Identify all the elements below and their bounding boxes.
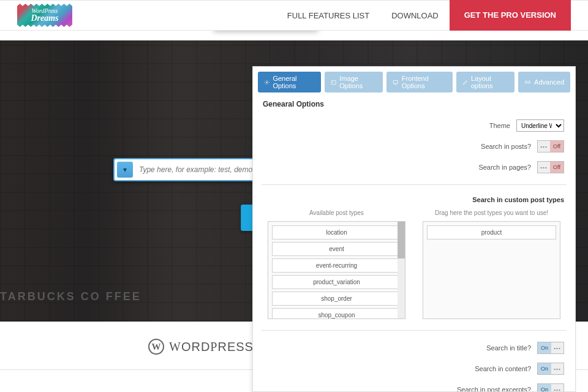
- hero-store-sign: TARBUCKS CO FFEE: [0, 290, 141, 303]
- svg-point-2: [266, 81, 268, 83]
- image-icon: [331, 79, 336, 86]
- cpt-used-box[interactable]: product: [423, 221, 560, 319]
- tab-layout[interactable]: Layout options: [456, 72, 515, 92]
- section-title: Genearal Options: [263, 100, 567, 108]
- cpt-item[interactable]: shop_order: [272, 292, 401, 306]
- panel-body: Genearal Options Theme Underline White S…: [253, 92, 575, 392]
- toggle-handle: •••: [551, 363, 564, 374]
- cpt-item[interactable]: event-recurring: [272, 258, 401, 273]
- tab-frontend[interactable]: Frontend Options: [386, 72, 452, 92]
- logo[interactable]: WordPress Dreams: [17, 4, 72, 27]
- theme-label: Theme: [489, 122, 510, 129]
- cpt-item[interactable]: location: [272, 225, 401, 239]
- search-content-row: Search in content? On •••: [262, 363, 567, 375]
- cpt-header: Search in custom post types: [262, 196, 567, 203]
- toggle-on: On: [538, 363, 551, 374]
- search-posts-row: Search in posts? ••• Off: [262, 140, 567, 153]
- main-nav: FULL FEATURES LIST DOWNLOAD GET THE PRO …: [276, 1, 588, 30]
- chevron-down-icon[interactable]: ▾: [117, 162, 133, 178]
- search-pages-label: Search in pages?: [478, 164, 531, 171]
- nav-full-features[interactable]: FULL FEATURES LIST: [276, 11, 380, 20]
- cpt-item[interactable]: event: [272, 242, 401, 256]
- cpt-used-list[interactable]: product: [423, 222, 560, 246]
- theme-row: Theme Underline White: [262, 119, 567, 132]
- monitor-icon: [393, 79, 398, 86]
- wordpress-text: WORDPRESS: [169, 340, 254, 354]
- search-pages-toggle[interactable]: ••• Off: [537, 161, 564, 173]
- nav-get-pro-button[interactable]: GET THE PRO VERSION: [450, 0, 571, 31]
- scrollbar[interactable]: [398, 222, 405, 318]
- divider: [262, 184, 567, 185]
- search-posts-toggle[interactable]: ••• Off: [537, 140, 564, 153]
- search-pages-row: Search in pages? ••• Off: [262, 161, 567, 173]
- top-bar: WordPress Dreams FULL FEATURES LIST DOWN…: [0, 0, 588, 31]
- svg-rect-5: [394, 80, 398, 83]
- toggle-handle: •••: [551, 384, 564, 392]
- logo-line2: Dreams: [31, 14, 58, 23]
- search-content-label: Search in content?: [475, 365, 531, 372]
- search-excerpt-toggle[interactable]: On •••: [537, 383, 564, 392]
- search-posts-label: Search in posts?: [481, 143, 531, 150]
- cpt-available-list[interactable]: locationeventevent-recurringproduct_vari…: [268, 222, 405, 319]
- gear-icon: [264, 79, 270, 86]
- toggle-off: Off: [550, 141, 564, 152]
- search-excerpt-label: Search in post excerpts?: [457, 386, 531, 392]
- tab-general[interactable]: General Options: [258, 72, 321, 92]
- tab-advanced[interactable]: Advanced: [518, 72, 570, 92]
- cpt-item[interactable]: product: [427, 225, 556, 239]
- cpt-item[interactable]: shop_coupon: [272, 308, 401, 319]
- tabs-bar: General Options Image Options Frontend O…: [253, 67, 575, 92]
- toggle-handle: •••: [538, 162, 550, 173]
- wordpress-logo: W WORDPRESS: [148, 339, 254, 355]
- svg-rect-3: [331, 80, 336, 84]
- nav-download[interactable]: DOWNLOAD: [380, 11, 450, 20]
- cpt-item[interactable]: product_variation: [272, 275, 401, 289]
- wordpress-icon: W: [148, 339, 164, 355]
- settings-panel: General Options Image Options Frontend O…: [252, 66, 576, 392]
- toggle-on: On: [538, 384, 551, 392]
- search-title-row: Search in title? On •••: [262, 342, 567, 354]
- svg-point-4: [333, 81, 334, 82]
- cpt-available-col: Available post types locationeventevent-…: [268, 209, 405, 319]
- search-content-toggle[interactable]: On •••: [537, 363, 564, 375]
- scroll-thumb[interactable]: [398, 222, 405, 258]
- cpt-used-col: Drag here the post types you want to use…: [423, 209, 560, 319]
- link-icon: [524, 79, 531, 86]
- toggle-off: Off: [550, 162, 564, 173]
- search-title-toggle[interactable]: On •••: [537, 342, 564, 354]
- cpt-available-label: Available post types: [268, 209, 405, 216]
- search-excerpt-row: Search in post excerpts? On •••: [262, 383, 567, 392]
- tab-image[interactable]: Image Options: [325, 72, 383, 92]
- cpt-drag-label: Drag here the post types you want to use…: [423, 209, 560, 216]
- cpt-columns: Available post types locationeventevent-…: [262, 209, 567, 319]
- pencil-icon: [462, 79, 468, 86]
- cpt-available-box: locationeventevent-recurringproduct_vari…: [268, 221, 405, 319]
- divider: [262, 330, 567, 331]
- search-title-label: Search in title?: [486, 344, 531, 352]
- theme-select[interactable]: Underline White: [516, 119, 564, 132]
- toggle-on: On: [538, 342, 551, 353]
- toggle-handle: •••: [538, 141, 550, 152]
- toggle-handle: •••: [551, 342, 564, 353]
